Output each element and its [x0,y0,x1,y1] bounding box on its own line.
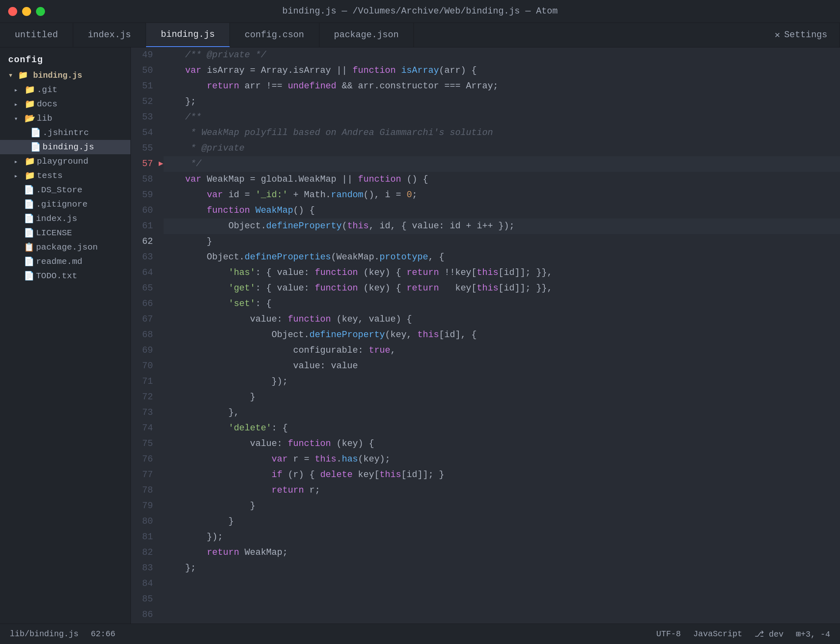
tab-binding-js[interactable]: binding.js [146,23,230,47]
spacer [18,128,27,137]
code-line-50: var isArray = Array.isArray || function … [164,63,840,79]
line-number: 58 [131,172,153,187]
line-number: 68 [131,327,153,343]
tab-config-cson[interactable]: config.cson [230,23,319,47]
line-number: 86 [131,607,153,623]
chevron-right-icon: ▸ [11,100,20,108]
spacer [11,228,20,238]
sidebar-item-label: LICENSE [36,228,126,238]
chevron-down-icon: ▾ [8,71,18,80]
line-number: 77 [131,467,153,483]
line-number: 82 [131,545,153,561]
sidebar-item-todo[interactable]: 📄 TODO.txt [0,269,130,283]
file-icon: 📄 [24,214,33,224]
sidebar-item-label: readme.md [36,257,126,266]
sidebar-item-package-json[interactable]: 📋 package.json [0,240,130,254]
code-line-80: return r; [164,483,840,498]
titlebar: binding.js — /Volumes/Archive/Web/bindin… [0,0,840,23]
line-number: 69 [131,343,153,358]
sidebar-item-jshintrc[interactable]: 📄 .jshintrc [0,126,130,140]
sidebar-item-git[interactable]: ▸ 📁 .git [0,83,130,97]
sidebar: config ▾ 📁 binding.js ▸ 📁 .git ▸ 📁 docs … [0,47,131,624]
code-line-63: } [164,234,840,250]
sidebar-item-docs[interactable]: ▸ 📁 docs [0,97,130,111]
tab-settings[interactable]: ✕ Settings [762,23,840,47]
line-number: 51 [131,79,153,94]
folder-open-icon: 📂 [25,113,34,124]
line-numbers: 49 50 51 52 53 54 55 57 58 59 60 61 62 6… [131,47,159,624]
line-number: 78 [131,483,153,498]
line-number: 52 [131,94,153,110]
line-number: 70 [131,358,153,374]
file-icon: 📄 [24,228,33,238]
sidebar-item-label: lib [37,114,126,123]
folder-icon: 📁 [25,171,34,181]
code-line-83: }); [164,529,840,545]
code-line-73: }); [164,374,840,390]
file-icon: 📄 [30,128,39,138]
close-button[interactable] [8,7,17,16]
file-icon: 📄 [30,142,39,152]
file-icon: 📋 [24,242,33,252]
line-number-breakpoint: 57 [131,156,153,172]
code-line-74: } [164,390,840,405]
sidebar-item-lib[interactable]: ▾ 📂 lib [0,111,130,126]
spacer [11,200,20,209]
file-icon: 📄 [24,199,33,209]
folder-icon: 📁 [25,85,34,95]
line-number: 50 [131,63,153,79]
line-number: 74 [131,421,153,436]
sidebar-item-playground[interactable]: ▸ 📁 playground [0,154,130,169]
tab-index-js[interactable]: index.js [73,23,146,47]
statusbar-encoding: UTF-8 [656,629,681,639]
sidebar-item-ds-store[interactable]: 📄 .DS_Store [0,183,130,197]
code-line-51: return arr !== undefined && arr.construc… [164,79,840,94]
chevron-right-icon: ▸ [11,158,20,166]
file-icon: 📄 [24,185,33,195]
sidebar-item-binding-js[interactable]: 📄 binding.js [0,140,130,154]
line-number: 79 [131,498,153,514]
maximize-button[interactable] [36,7,45,16]
sidebar-item-license[interactable]: 📄 LICENSE [0,226,130,240]
sidebar-item-readme[interactable]: 📄 readme.md [0,254,130,269]
line-number: 75 [131,436,153,452]
tab-bar: untitled index.js binding.js config.cson… [0,23,840,47]
editor-area[interactable]: 49 50 51 52 53 54 55 57 58 59 60 61 62 6… [131,47,840,624]
code-line-70: Object.defineProperty(key, this[id], { [164,327,840,343]
code-line-76: 'delete': { [164,421,840,436]
statusbar: lib/binding.js 62:66 UTF-8 JavaScript ⎇ … [0,624,840,644]
gear-icon: ✕ [775,29,780,41]
sidebar-item-label: playground [37,157,126,166]
line-number: 76 [131,452,153,467]
spacer [18,142,27,152]
line-number: 73 [131,405,153,421]
statusbar-branch: ⎇ dev [755,629,784,639]
code-line-81: } [164,498,840,514]
line-number: 60 [131,203,153,218]
code-line-61: function WeakMap() { [164,203,840,218]
line-number: 67 [131,312,153,327]
line-number: 64 [131,265,153,281]
statusbar-right: UTF-8 JavaScript ⎇ dev ⊞+3, -4 [656,629,830,639]
tab-untitled[interactable]: untitled [0,23,73,47]
line-number: 59 [131,187,153,203]
tab-package-json[interactable]: package.json [319,23,414,47]
minimize-button[interactable] [22,7,31,16]
root-folder-icon: 📁 [18,71,33,80]
sidebar-item-index-js[interactable]: 📄 index.js [0,212,130,226]
code-line-49: /** @private */ [164,47,840,63]
line-number: 83 [131,561,153,576]
sidebar-item-tests[interactable]: ▸ 📁 tests [0,169,130,183]
line-number: 66 [131,296,153,312]
statusbar-diff: ⊞+3, -4 [796,629,830,639]
sidebar-item-label: .DS_Store [36,185,126,195]
sidebar-item-gitignore[interactable]: 📄 .gitignore [0,197,130,212]
line-number: 54 [131,125,153,141]
code-line-55: * WeakMap polyfill based on Andrea Giamm… [164,125,840,141]
line-number: 71 [131,374,153,390]
sidebar-item-label: .git [37,85,126,95]
line-number: 49 [131,47,153,63]
code-line-62: Object.defineProperty(this, id, { value:… [164,218,840,234]
spacer [11,243,20,252]
code-editor[interactable]: /** @private */ var isArray = Array.isAr… [159,47,840,624]
